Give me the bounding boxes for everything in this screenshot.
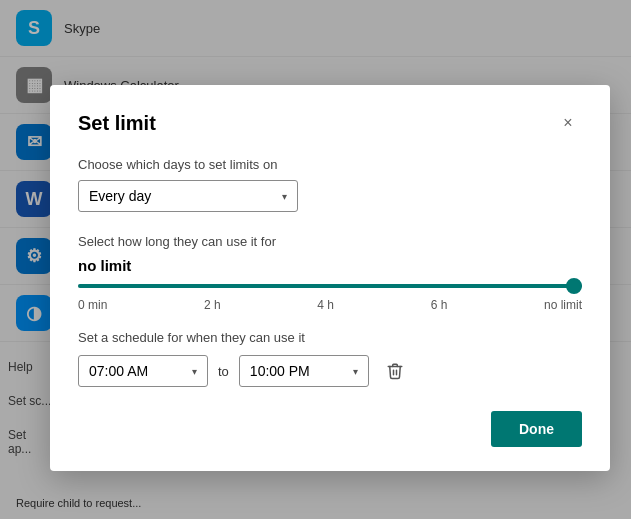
modal-title: Set limit bbox=[78, 112, 156, 135]
slider-label-nolimit: no limit bbox=[544, 298, 582, 312]
schedule-section: Set a schedule for when they can use it … bbox=[78, 330, 582, 387]
days-dropdown-value: Every day bbox=[89, 188, 151, 204]
to-time-dropdown[interactable]: 10:00 PM ▾ bbox=[239, 355, 369, 387]
days-section: Choose which days to set limits on Every… bbox=[78, 157, 582, 212]
time-limit-section: Select how long they can use it for no l… bbox=[78, 234, 582, 312]
days-dropdown[interactable]: Every day ▾ bbox=[78, 180, 298, 212]
slider-track bbox=[78, 284, 582, 288]
modal-header: Set limit × bbox=[78, 109, 582, 137]
close-button[interactable]: × bbox=[554, 109, 582, 137]
time-limit-value: no limit bbox=[78, 257, 582, 274]
slider-label-0min: 0 min bbox=[78, 298, 107, 312]
slider-fill bbox=[78, 284, 582, 288]
done-button[interactable]: Done bbox=[491, 411, 582, 447]
to-label: to bbox=[218, 364, 229, 379]
slider-thumb[interactable] bbox=[566, 278, 582, 294]
time-limit-label: Select how long they can use it for bbox=[78, 234, 582, 249]
days-section-label: Choose which days to set limits on bbox=[78, 157, 582, 172]
from-time-value: 07:00 AM bbox=[89, 363, 148, 379]
delete-schedule-button[interactable] bbox=[379, 355, 411, 387]
from-time-dropdown[interactable]: 07:00 AM ▾ bbox=[78, 355, 208, 387]
modal-footer: Done bbox=[78, 411, 582, 447]
slider-label-6h: 6 h bbox=[431, 298, 448, 312]
days-dropdown-chevron: ▾ bbox=[282, 191, 287, 202]
trash-icon bbox=[386, 362, 404, 380]
slider-container bbox=[78, 284, 582, 288]
slider-label-2h: 2 h bbox=[204, 298, 221, 312]
slider-labels: 0 min 2 h 4 h 6 h no limit bbox=[78, 298, 582, 312]
schedule-row: 07:00 AM ▾ to 10:00 PM ▾ bbox=[78, 355, 582, 387]
set-limit-dialog: Set limit × Choose which days to set lim… bbox=[50, 85, 610, 471]
to-time-chevron: ▾ bbox=[353, 366, 358, 377]
from-time-chevron: ▾ bbox=[192, 366, 197, 377]
slider-label-4h: 4 h bbox=[317, 298, 334, 312]
schedule-section-label: Set a schedule for when they can use it bbox=[78, 330, 582, 345]
to-time-value: 10:00 PM bbox=[250, 363, 310, 379]
